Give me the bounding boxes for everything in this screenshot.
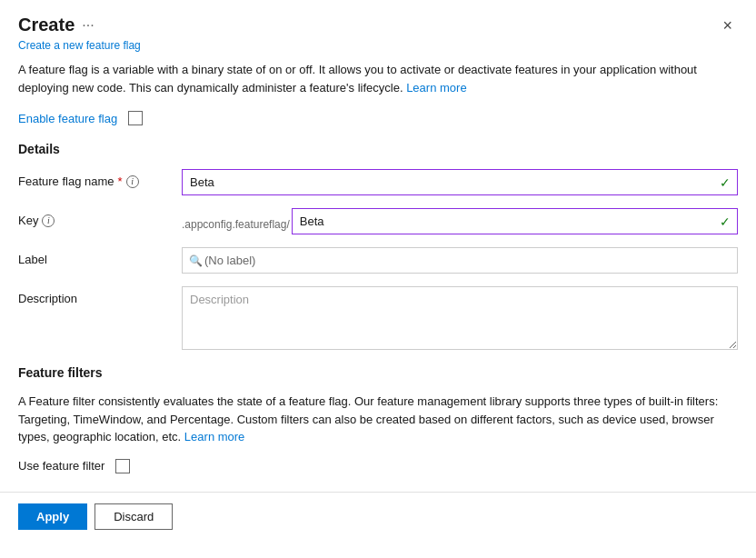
dialog-ellipsis: ···: [82, 17, 94, 34]
key-info-icon[interactable]: i: [42, 214, 55, 227]
label-row: Label 🔍: [18, 247, 738, 274]
use-feature-filter-row: Use feature filter: [18, 459, 738, 473]
enable-feature-flag-row: Enable feature flag: [18, 111, 738, 125]
key-row: Key i .appconfig.featureflag/ ✓: [18, 208, 738, 234]
key-input-row: .appconfig.featureflag/ ✓: [182, 208, 738, 234]
dialog-body: A feature flag is a variable with a bina…: [0, 61, 756, 473]
feature-filters-section: Feature filters A Feature filter consist…: [18, 365, 738, 473]
close-button[interactable]: ×: [717, 15, 738, 35]
key-input-wrap: ✓: [292, 208, 738, 234]
description-label: Description: [18, 286, 182, 305]
details-section: Details Feature flag name * i ✓: [18, 142, 738, 353]
label-label: Label: [18, 247, 182, 266]
description-field: [182, 286, 738, 353]
description-textarea[interactable]: [182, 286, 738, 350]
feature-flag-name-input[interactable]: [182, 169, 738, 195]
details-section-title: Details: [18, 142, 738, 156]
description-row: Description: [18, 286, 738, 353]
key-label: Key i: [18, 208, 182, 227]
apply-button[interactable]: Apply: [18, 503, 87, 530]
label-input-wrap: 🔍: [182, 247, 738, 274]
feature-flag-name-input-wrap: ✓: [182, 169, 738, 195]
key-input[interactable]: [292, 208, 738, 234]
discard-button[interactable]: Discard: [94, 503, 173, 530]
key-field: .appconfig.featureflag/ ✓: [182, 208, 738, 234]
required-marker: *: [118, 174, 123, 188]
key-prefix: .appconfig.featureflag/: [182, 213, 292, 231]
enable-feature-flag-label: Enable feature flag: [18, 112, 117, 125]
feature-filters-title: Feature filters: [18, 365, 738, 380]
enable-feature-flag-checkbox[interactable]: [128, 111, 143, 125]
label-field: 🔍: [182, 247, 738, 274]
dialog-title: Create: [18, 15, 75, 35]
feature-flag-name-info-icon[interactable]: i: [126, 175, 139, 188]
use-feature-filter-checkbox[interactable]: [115, 459, 130, 473]
key-input-check-wrap: ✓: [292, 208, 738, 234]
learn-more-link-2[interactable]: Learn more: [184, 430, 244, 443]
learn-more-link-1[interactable]: Learn more: [406, 81, 466, 95]
dialog-subtitle[interactable]: Create a new feature flag: [0, 39, 756, 61]
dialog-footer: Apply Discard: [0, 492, 756, 541]
create-feature-flag-dialog: Create ··· × Create a new feature flag A…: [0, 0, 756, 558]
label-input[interactable]: [182, 247, 738, 274]
feature-flag-name-field: ✓: [182, 169, 738, 195]
filters-description: A Feature filter consistently evaluates …: [18, 393, 738, 446]
description-text: A feature flag is a variable with a bina…: [18, 61, 738, 96]
use-feature-filter-label: Use feature filter: [18, 459, 104, 473]
dialog-header: Create ··· ×: [0, 0, 756, 39]
feature-flag-name-label: Feature flag name * i: [18, 169, 182, 188]
feature-flag-name-row: Feature flag name * i ✓: [18, 169, 738, 195]
